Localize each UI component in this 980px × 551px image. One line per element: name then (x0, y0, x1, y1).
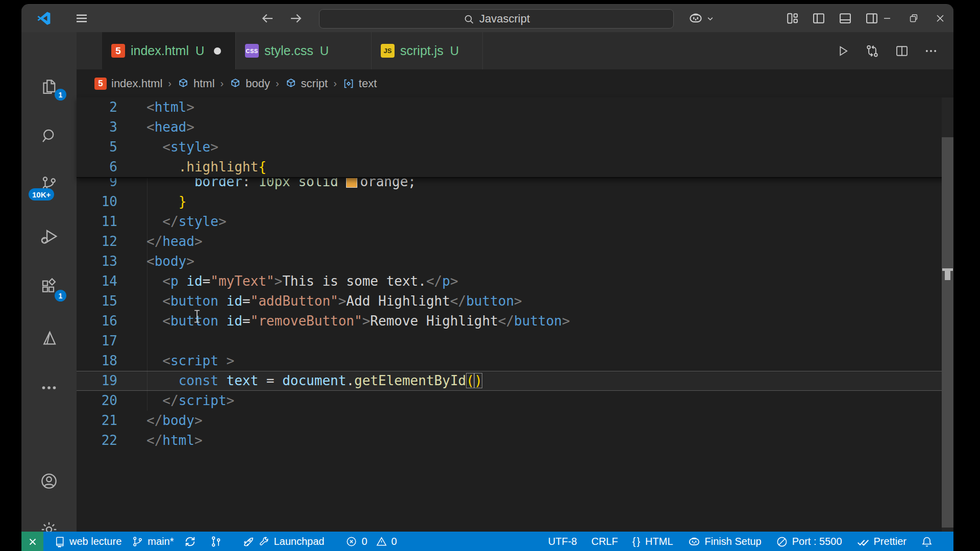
git-branch-icon (132, 536, 143, 547)
forward-button[interactable] (286, 5, 306, 32)
vertical-scrollbar[interactable] (942, 97, 953, 532)
code-line[interactable]: 16 <button id="removeButton">Remove High… (77, 311, 953, 331)
html-file-icon: 5 (111, 44, 125, 58)
sidebar-item-more[interactable] (21, 370, 77, 406)
language-mode-button[interactable]: {} HTML (632, 536, 673, 547)
line-number: 17 (77, 331, 117, 351)
code-token: > (362, 313, 371, 329)
formatter-button[interactable]: Prettier (856, 535, 906, 548)
tab-label: style.css (264, 43, 313, 58)
account-button[interactable] (21, 463, 77, 499)
notifications-button[interactable] (921, 536, 933, 548)
customize-layout-icon[interactable] (785, 11, 799, 26)
toggle-panel-icon[interactable] (838, 11, 852, 26)
sidebar-item-source-control[interactable]: 10K+ (21, 166, 77, 202)
breadcrumb-html[interactable]: html (177, 77, 215, 90)
more-actions-icon[interactable] (924, 44, 938, 58)
code-text: </script> (146, 391, 234, 411)
code-token: </ (426, 273, 442, 289)
menu-icon[interactable] (70, 5, 93, 32)
line-number: 5 (77, 137, 117, 157)
code-line[interactable]: 15 <button id="addButton">Add Highlight<… (77, 291, 953, 311)
breadcrumb-body[interactable]: body (229, 77, 270, 90)
code-line[interactable]: 14 <p id="myText">This is some text.</p> (77, 271, 953, 291)
tab-style-css[interactable]: CSS style.css U (236, 32, 372, 69)
port-button[interactable]: Port : 5500 (776, 536, 842, 548)
back-button[interactable] (257, 5, 278, 32)
code-token: } (179, 194, 187, 209)
search-value: Javascript (479, 12, 530, 26)
wrench-icon (258, 536, 270, 547)
command-center-search[interactable]: Javascript (319, 9, 674, 29)
code-line[interactable]: 5 <style> (77, 137, 953, 157)
sync-button[interactable] (184, 535, 197, 548)
code-token: button (514, 313, 562, 329)
breadcrumb-text[interactable]: text (342, 77, 377, 90)
breadcrumb-file[interactable]: index.html (111, 77, 162, 90)
code-line[interactable]: 20 </script> (77, 391, 953, 411)
chevron-right-icon: › (333, 78, 337, 89)
code-token: </ (146, 214, 179, 229)
remote-indicator[interactable] (21, 532, 43, 551)
code-token: "myText" (210, 273, 274, 289)
code-line[interactable]: 3<head> (77, 117, 953, 137)
code-token: > (338, 293, 347, 309)
copilot-button[interactable] (682, 5, 719, 32)
breadcrumb-script[interactable]: script (285, 77, 328, 90)
code-line[interactable]: 17 (77, 331, 953, 351)
code-line[interactable]: 6 .highlight{ (77, 157, 953, 177)
code-token: style (179, 214, 218, 229)
code-editor[interactable]: 2<html>3<head>5 <style>6 .highlight{ 9 b… (77, 97, 953, 532)
sidebar-item-explorer[interactable]: 1 (21, 69, 77, 105)
run-button[interactable] (836, 44, 850, 58)
scrollbar-thumb[interactable] (942, 137, 953, 528)
sidebar-item-extensions[interactable]: 1 (21, 269, 77, 305)
code-line[interactable]: 19 const text = document.getElementById(… (77, 371, 953, 391)
code-line[interactable]: 11 </style> (77, 212, 953, 232)
unsaved-dot[interactable] (214, 47, 221, 55)
tab-script-js[interactable]: JS script.js U (372, 32, 483, 69)
sidebar-item-run-debug[interactable] (21, 219, 77, 255)
ellipsis-icon (40, 379, 58, 397)
eol-button[interactable]: CRLF (591, 536, 618, 547)
close-button[interactable] (927, 5, 953, 32)
problems-button[interactable]: 0 0 (346, 536, 397, 547)
code-token: id (186, 273, 202, 289)
toggle-sidebar-icon[interactable] (812, 11, 826, 26)
launchpad-button[interactable]: Launchpad (242, 536, 324, 548)
code-text: .highlight{ (146, 157, 266, 177)
sidebar-item-search[interactable] (21, 118, 77, 154)
branch-button[interactable]: main* (132, 536, 174, 547)
status-bar: web lecture main* Launchpad 0 0 (21, 532, 953, 551)
repo-button[interactable]: web lecture (54, 536, 121, 547)
sidebar-item-prism-extension[interactable] (21, 320, 77, 356)
restore-button[interactable] (900, 5, 927, 32)
code-token: { (258, 159, 266, 174)
code-token: .highlight (179, 159, 259, 174)
minimize-button[interactable] (874, 5, 900, 32)
tab-index-html[interactable]: 5 index.html U (102, 32, 236, 69)
code-token: < (146, 293, 170, 309)
code-line[interactable]: 12</head> (77, 232, 953, 252)
split-editor-icon[interactable] (895, 44, 909, 58)
code-line[interactable]: 21</body> (77, 411, 953, 431)
code-line[interactable]: 9 border: 10px solid orange; (77, 177, 953, 192)
code-line[interactable]: 10 } (77, 192, 953, 212)
code-line[interactable]: 13<body> (77, 252, 953, 271)
line-number: 6 (77, 157, 117, 177)
git-status-badge: U (195, 44, 204, 58)
encoding-button[interactable]: UTF-8 (548, 536, 577, 547)
line-number: 3 (77, 117, 117, 137)
commit-graph-button[interactable] (210, 535, 223, 548)
code-token (218, 373, 227, 388)
color-swatch[interactable] (346, 177, 357, 188)
code-text: <script > (146, 351, 234, 371)
code-line[interactable]: 22</html> (77, 431, 953, 450)
code-token: = (242, 293, 251, 309)
code-line[interactable]: 2<html> (77, 97, 953, 117)
copilot-setup-button[interactable]: Finish Setup (688, 535, 762, 548)
code-token: </ (146, 393, 179, 408)
open-changes-icon[interactable] (865, 43, 880, 59)
prism-icon (40, 329, 58, 347)
code-line[interactable]: 18 <script > (77, 351, 953, 371)
